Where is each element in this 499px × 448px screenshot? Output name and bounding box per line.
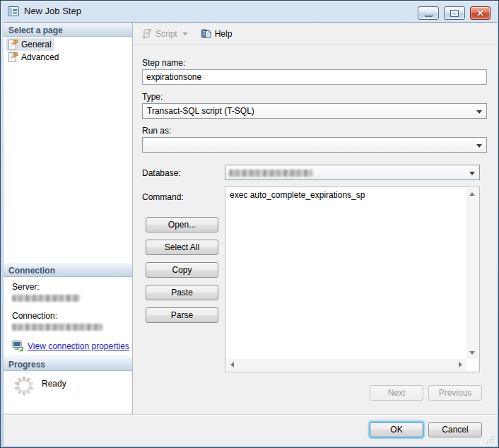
chevron-down-icon (469, 172, 475, 175)
command-text: exec auto_complete_expirations_sp (230, 190, 464, 200)
app-icon (7, 5, 20, 18)
ok-button[interactable]: OK (370, 422, 423, 437)
chevron-down-icon (476, 144, 482, 148)
connection-label: Connection: (12, 311, 132, 321)
scroll-up-icon[interactable] (469, 192, 475, 196)
scroll-left-icon[interactable] (230, 362, 234, 367)
view-connection-properties-link[interactable]: View connection properties (28, 341, 129, 351)
maximize-button[interactable] (444, 6, 465, 20)
toolbar: Script Help (133, 23, 497, 45)
script-dropdown-arrow-icon[interactable] (182, 33, 188, 35)
type-label: Type: (142, 92, 163, 102)
select-a-page-panel: Select a page General (4, 23, 132, 263)
window-title: New Job Step (24, 6, 81, 16)
vertical-scrollbar[interactable] (466, 188, 479, 359)
database-value-redacted (229, 170, 312, 177)
copy-button[interactable]: Copy (146, 262, 218, 278)
minimize-icon (425, 15, 433, 17)
help-label: Help (215, 29, 233, 39)
close-icon: ✕ (476, 9, 483, 18)
step-name-input[interactable] (142, 69, 487, 85)
sidebar-item-label: General (21, 40, 52, 49)
sidebar-item-advanced[interactable]: Advanced (4, 51, 132, 64)
page-icon (7, 39, 18, 50)
command-textarea[interactable]: exec auto_complete_expirations_sp (225, 187, 480, 372)
progress-status: Ready (42, 379, 66, 389)
select-all-button[interactable]: Select All (146, 240, 218, 255)
sidebar-item-general[interactable]: General (4, 38, 132, 51)
connection-panel: Connection Server: Connection: (4, 263, 132, 357)
chevron-down-icon (476, 110, 482, 114)
script-icon (141, 28, 153, 40)
sidebar: Select a page General (4, 23, 132, 414)
help-icon (201, 28, 212, 40)
resize-grip[interactable] (486, 435, 495, 444)
type-value: Transact-SQL script (T-SQL) (143, 106, 254, 116)
script-label: Script (155, 29, 177, 39)
database-dropdown[interactable] (225, 165, 480, 180)
cancel-button[interactable]: Cancel (428, 422, 482, 437)
next-button[interactable]: Next (370, 385, 423, 401)
minimize-button[interactable] (418, 6, 439, 20)
type-dropdown[interactable]: Transact-SQL script (T-SQL) (142, 103, 487, 119)
step-name-label: Step name: (142, 58, 185, 68)
page-tree: General Advanced (4, 37, 132, 263)
database-label: Database: (142, 168, 181, 178)
select-a-page-header: Select a page (4, 23, 132, 37)
page-icon (7, 52, 18, 63)
progress-spinner-icon (13, 375, 35, 397)
progress-header: Progress (4, 357, 132, 371)
run-as-dropdown[interactable] (142, 137, 487, 153)
main-panel: Script Help Step name: Type: (133, 23, 497, 414)
sidebar-item-label: Advanced (21, 52, 59, 62)
connection-properties-icon (12, 340, 24, 352)
run-as-label: Run as: (142, 126, 171, 136)
script-button[interactable]: Script (138, 26, 192, 42)
close-button[interactable]: ✕ (470, 6, 491, 20)
scroll-right-icon[interactable] (459, 362, 462, 367)
title-bar[interactable]: New Job Step ✕ (1, 1, 498, 21)
dialog-footer: OK Cancel (4, 414, 497, 446)
maximize-icon (451, 11, 458, 16)
progress-panel: Progress (4, 357, 132, 413)
previous-button[interactable]: Previous (428, 385, 482, 401)
dialog-client-area: Select a page General (4, 22, 497, 446)
server-value-redacted (12, 295, 80, 302)
connection-header: Connection (4, 263, 132, 277)
server-label: Server: (12, 282, 132, 292)
paste-button[interactable]: Paste (146, 285, 218, 300)
connection-value-redacted (12, 324, 102, 331)
parse-button[interactable]: Parse (146, 307, 218, 323)
help-button[interactable]: Help (197, 26, 236, 42)
dialog-window: New Job Step ✕ Select a page (0, 0, 499, 448)
open-button[interactable]: Open... (146, 217, 218, 232)
horizontal-scrollbar[interactable] (226, 359, 466, 371)
scroll-down-icon[interactable] (469, 351, 475, 355)
command-label: Command: (142, 192, 184, 202)
